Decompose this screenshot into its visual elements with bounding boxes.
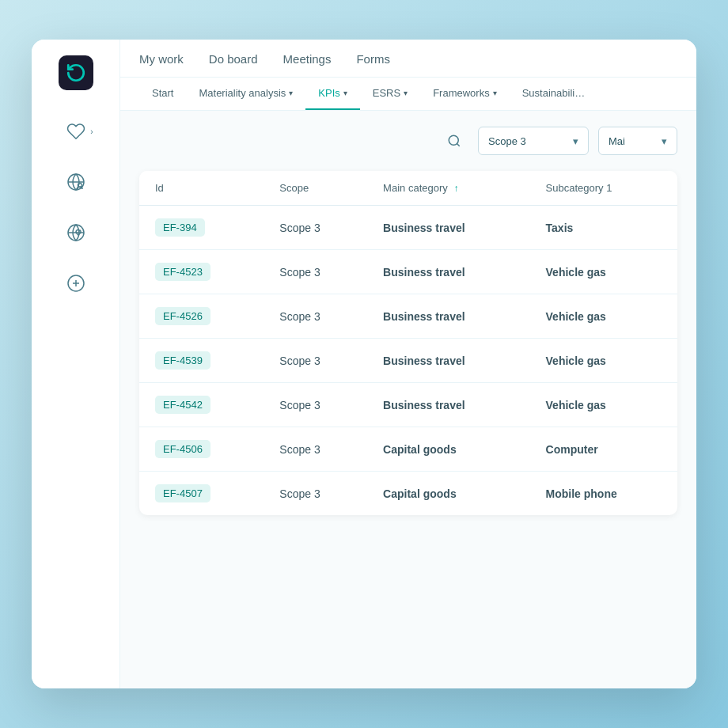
app-logo[interactable]: [59, 55, 93, 90]
tab-forms[interactable]: Forms: [356, 52, 390, 77]
table-row[interactable]: EF-4526Scope 3Business travelVehicle gas: [139, 294, 677, 339]
id-badge: EF-4507: [155, 484, 210, 502]
table-row[interactable]: EF-4507Scope 3Capital goodsMobile phone: [139, 472, 677, 516]
sub-nav-esrs[interactable]: ESRS ▾: [360, 78, 420, 110]
scope-dropdown-arrow-icon: ▾: [573, 135, 578, 147]
table-row[interactable]: EF-4506Scope 3Capital goodsComputer: [139, 427, 677, 472]
cell-id: EF-4542: [139, 383, 264, 427]
id-badge: EF-394: [155, 218, 205, 237]
cell-subcategory: Vehicle gas: [530, 339, 677, 383]
globe-users-icon[interactable]: [60, 166, 92, 198]
top-nav: My work Do board Meetings Forms: [120, 40, 696, 78]
table-row[interactable]: EF-394Scope 3Business travelTaxis: [139, 206, 677, 250]
col-header-subcategory: Subcategory 1: [530, 171, 677, 206]
cell-scope: Scope 3: [264, 383, 367, 427]
cell-subcategory: Taxis: [530, 206, 677, 250]
plus-circle-icon[interactable]: [60, 267, 92, 299]
cell-subcategory: Vehicle gas: [530, 294, 677, 339]
content-area: Scope 3 ▾ Mai ▾ Id Scope Main category: [120, 111, 696, 688]
globe-heart-icon[interactable]: [60, 217, 92, 248]
id-badge: EF-4539: [155, 351, 210, 370]
col-header-main-category[interactable]: Main category ↑: [367, 171, 529, 206]
tab-meetings[interactable]: Meetings: [283, 52, 332, 77]
cell-scope: Scope 3: [264, 294, 367, 339]
sub-nav-start[interactable]: Start: [139, 78, 186, 110]
cell-main-category: Capital goods: [367, 427, 529, 472]
cell-subcategory: Computer: [530, 427, 677, 472]
tab-my-work[interactable]: My work: [139, 52, 184, 77]
sub-nav-kpis[interactable]: KPIs ▾: [305, 78, 359, 110]
sub-nav-frameworks[interactable]: Frameworks ▾: [420, 78, 510, 110]
filter-bar: Scope 3 ▾ Mai ▾: [139, 127, 677, 155]
col-header-scope: Scope: [264, 171, 367, 206]
chevron-icon: ›: [90, 127, 93, 136]
main-category-dropdown[interactable]: Mai ▾: [598, 127, 677, 155]
cell-scope: Scope 3: [264, 250, 367, 294]
cell-id: EF-4506: [139, 427, 264, 472]
cell-main-category: Business travel: [367, 383, 529, 427]
main-content: My work Do board Meetings Forms Start Ma…: [120, 40, 696, 688]
cell-scope: Scope 3: [264, 206, 367, 250]
app-window: ›: [32, 40, 696, 688]
sub-nav: Start Materiality analysis ▾ KPIs ▾ ESRS…: [120, 78, 696, 111]
main-category-dropdown-arrow-icon: ▾: [662, 135, 667, 147]
frameworks-chevron-icon: ▾: [493, 89, 497, 97]
cell-subcategory: Vehicle gas: [530, 250, 677, 294]
table-row[interactable]: EF-4542Scope 3Business travelVehicle gas: [139, 383, 677, 427]
tab-do-board[interactable]: Do board: [209, 52, 258, 77]
svg-point-6: [449, 135, 458, 145]
cell-main-category: Business travel: [367, 250, 529, 294]
cell-main-category: Business travel: [367, 294, 529, 339]
data-table: Id Scope Main category ↑ Subcategory 1 E…: [139, 171, 677, 515]
id-badge: EF-4526: [155, 307, 210, 325]
main-category-dropdown-label: Mai: [609, 135, 625, 147]
top-nav-tabs: My work Do board Meetings Forms: [139, 52, 677, 77]
table-row[interactable]: EF-4523Scope 3Business travelVehicle gas: [139, 250, 677, 294]
table-header-row: Id Scope Main category ↑ Subcategory 1: [139, 171, 677, 206]
cell-id: EF-4526: [139, 294, 264, 339]
heart-icon[interactable]: ›: [60, 116, 92, 147]
kpis-chevron-icon: ▾: [343, 89, 347, 97]
table-row[interactable]: EF-4539Scope 3Business travelVehicle gas: [139, 339, 677, 383]
cell-id: EF-4539: [139, 339, 264, 383]
id-badge: EF-4523: [155, 263, 210, 281]
cell-main-category: Business travel: [367, 339, 529, 383]
materiality-chevron-icon: ▾: [289, 89, 293, 97]
svg-line-7: [457, 143, 459, 146]
scope-dropdown-label: Scope 3: [488, 135, 526, 147]
cell-subcategory: Mobile phone: [530, 472, 677, 516]
cell-main-category: Business travel: [367, 206, 529, 250]
col-header-id: Id: [139, 171, 264, 206]
id-badge: EF-4542: [155, 396, 210, 414]
cell-id: EF-4523: [139, 250, 264, 294]
esrs-chevron-icon: ▾: [404, 89, 408, 97]
sidebar: ›: [32, 40, 120, 688]
scope-dropdown[interactable]: Scope 3 ▾: [478, 127, 589, 155]
cell-main-category: Capital goods: [367, 472, 529, 516]
cell-scope: Scope 3: [264, 339, 367, 383]
sub-nav-materiality[interactable]: Materiality analysis ▾: [186, 78, 305, 110]
sort-arrow-icon: ↑: [453, 183, 458, 194]
search-button[interactable]: [440, 127, 468, 155]
cell-id: EF-4507: [139, 472, 264, 516]
cell-subcategory: Vehicle gas: [530, 383, 677, 427]
cell-scope: Scope 3: [264, 472, 367, 516]
sub-nav-sustainability[interactable]: Sustainabili…: [510, 78, 598, 110]
cell-scope: Scope 3: [264, 427, 367, 472]
id-badge: EF-4506: [155, 440, 210, 458]
cell-id: EF-394: [139, 206, 264, 250]
